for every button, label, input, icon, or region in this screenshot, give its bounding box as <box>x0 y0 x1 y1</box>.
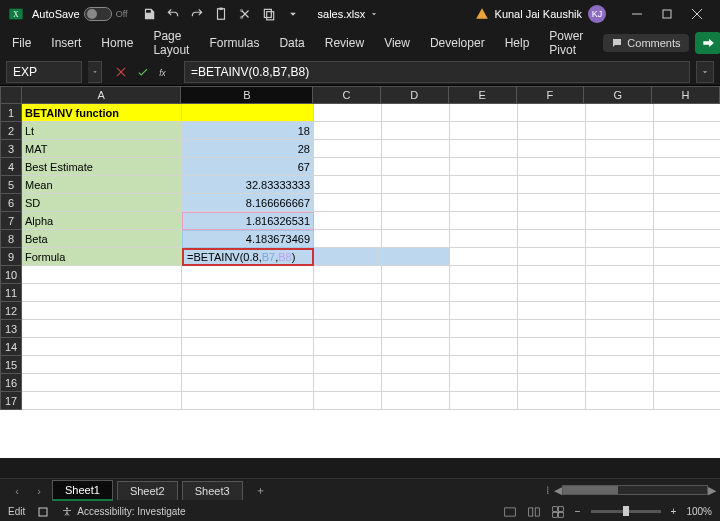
row-header-9[interactable]: 9 <box>0 248 22 266</box>
row-header-2[interactable]: 2 <box>0 122 22 140</box>
cell-B10[interactable] <box>182 266 314 284</box>
cell-E2[interactable] <box>450 122 518 140</box>
sheet-tab-3[interactable]: Sheet3 <box>182 481 243 500</box>
cell-D13[interactable] <box>382 320 450 338</box>
cell-H17[interactable] <box>654 392 720 410</box>
name-box-dropdown[interactable] <box>88 61 102 83</box>
enter-icon[interactable] <box>136 65 150 79</box>
maximize-button[interactable] <box>652 1 682 27</box>
cell-D16[interactable] <box>382 374 450 392</box>
cell-D8[interactable] <box>382 230 450 248</box>
undo-icon[interactable] <box>166 7 180 21</box>
cell-H10[interactable] <box>654 266 720 284</box>
col-header-C[interactable]: C <box>313 86 381 104</box>
cancel-icon[interactable] <box>114 65 128 79</box>
cell-C3[interactable] <box>314 140 382 158</box>
file-name[interactable]: sales.xlsx <box>318 8 380 20</box>
cell-H8[interactable] <box>654 230 720 248</box>
paste-icon[interactable] <box>214 7 228 21</box>
cell-A6[interactable]: SD <box>22 194 182 212</box>
save-icon[interactable] <box>142 7 156 21</box>
cell-D1[interactable] <box>382 104 450 122</box>
cell-B17[interactable] <box>182 392 314 410</box>
cell-C7[interactable] <box>314 212 382 230</box>
cell-H14[interactable] <box>654 338 720 356</box>
sheet-nav-next[interactable]: › <box>30 482 48 500</box>
cell-G9[interactable] <box>586 248 654 266</box>
cut-icon[interactable] <box>238 7 252 21</box>
cell-B16[interactable] <box>182 374 314 392</box>
cell-D5[interactable] <box>382 176 450 194</box>
cell-A17[interactable] <box>22 392 182 410</box>
formula-bar[interactable]: =BETAINV(0.8,B7,B8) <box>184 61 690 83</box>
col-header-H[interactable]: H <box>652 86 720 104</box>
cell-B14[interactable] <box>182 338 314 356</box>
cell-C1[interactable] <box>314 104 382 122</box>
cell-G14[interactable] <box>586 338 654 356</box>
cell-E5[interactable] <box>450 176 518 194</box>
cell-G2[interactable] <box>586 122 654 140</box>
row-header-5[interactable]: 5 <box>0 176 22 194</box>
cell-G7[interactable] <box>586 212 654 230</box>
zoom-slider[interactable] <box>591 510 661 513</box>
cell-E7[interactable] <box>450 212 518 230</box>
chevron-down-icon[interactable] <box>286 7 300 21</box>
col-header-B[interactable]: B <box>181 86 313 104</box>
cell-A7[interactable]: Alpha <box>22 212 182 230</box>
cell-E14[interactable] <box>450 338 518 356</box>
cell-B3[interactable]: 28 <box>182 140 314 158</box>
cell-E6[interactable] <box>450 194 518 212</box>
cell-H15[interactable] <box>654 356 720 374</box>
tab-review[interactable]: Review <box>325 36 364 50</box>
cell-E17[interactable] <box>450 392 518 410</box>
cell-G4[interactable] <box>586 158 654 176</box>
cell-G17[interactable] <box>586 392 654 410</box>
cell-C4[interactable] <box>314 158 382 176</box>
cell-D15[interactable] <box>382 356 450 374</box>
cell-B7[interactable]: 1.816326531 <box>182 212 314 230</box>
close-button[interactable] <box>682 1 712 27</box>
scrollbar-thumb[interactable] <box>563 486 618 494</box>
zoom-level[interactable]: 100% <box>686 506 712 517</box>
cell-D6[interactable] <box>382 194 450 212</box>
sheet-nav-prev[interactable]: ‹ <box>8 482 26 500</box>
cell-E15[interactable] <box>450 356 518 374</box>
cell-F10[interactable] <box>518 266 586 284</box>
macro-icon[interactable] <box>37 506 49 518</box>
row-header-16[interactable]: 16 <box>0 374 22 392</box>
cell-A5[interactable]: Mean <box>22 176 182 194</box>
cell-F11[interactable] <box>518 284 586 302</box>
cell-F15[interactable] <box>518 356 586 374</box>
name-box[interactable]: EXP <box>6 61 82 83</box>
tab-formulas[interactable]: Formulas <box>209 36 259 50</box>
cell-C6[interactable] <box>314 194 382 212</box>
cell-F2[interactable] <box>518 122 586 140</box>
cell-F7[interactable] <box>518 212 586 230</box>
row-header-12[interactable]: 12 <box>0 302 22 320</box>
cell-A1[interactable]: BETAINV function <box>22 104 182 122</box>
cell-H6[interactable] <box>654 194 720 212</box>
cell-B6[interactable]: 8.166666667 <box>182 194 314 212</box>
row-header-14[interactable]: 14 <box>0 338 22 356</box>
cell-F4[interactable] <box>518 158 586 176</box>
cell-E12[interactable] <box>450 302 518 320</box>
row-header-1[interactable]: 1 <box>0 104 22 122</box>
fx-icon[interactable]: fx <box>158 65 172 79</box>
cell-G12[interactable] <box>586 302 654 320</box>
cell-C9[interactable] <box>314 248 382 266</box>
cell-H5[interactable] <box>654 176 720 194</box>
col-header-G[interactable]: G <box>584 86 652 104</box>
col-header-F[interactable]: F <box>517 86 585 104</box>
toggle-off-icon[interactable] <box>84 7 112 21</box>
cell-C8[interactable] <box>314 230 382 248</box>
tab-page-layout[interactable]: Page Layout <box>153 29 189 57</box>
cell-F8[interactable] <box>518 230 586 248</box>
cell-A13[interactable] <box>22 320 182 338</box>
cell-F12[interactable] <box>518 302 586 320</box>
cell-E13[interactable] <box>450 320 518 338</box>
sheet-tab-2[interactable]: Sheet2 <box>117 481 178 500</box>
row-header-3[interactable]: 3 <box>0 140 22 158</box>
add-sheet-button[interactable]: ＋ <box>255 483 266 498</box>
cell-C15[interactable] <box>314 356 382 374</box>
cell-F16[interactable] <box>518 374 586 392</box>
